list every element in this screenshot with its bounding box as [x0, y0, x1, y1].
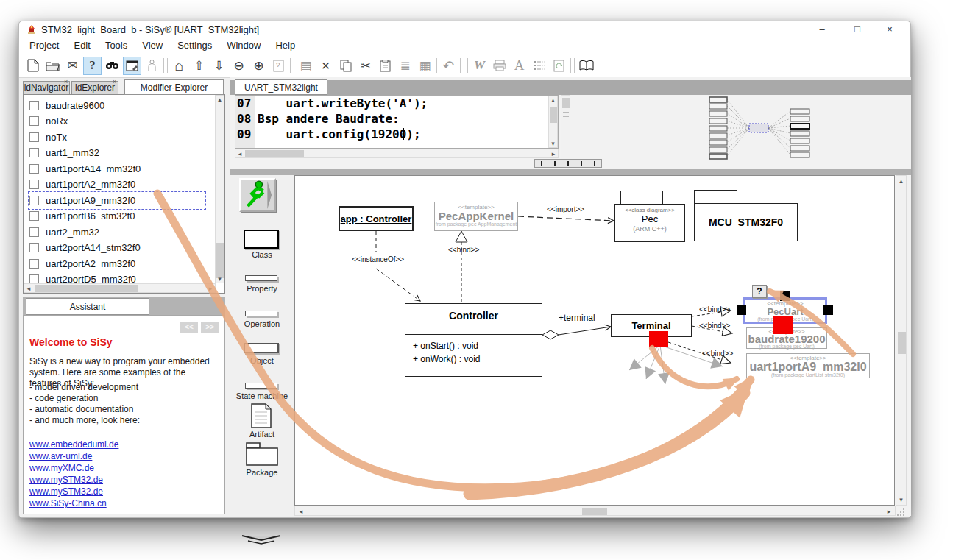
navigate-up-icon[interactable]: ⇧ — [190, 57, 208, 75]
splitter-scrollbar[interactable] — [561, 95, 570, 160]
run-button[interactable] — [239, 178, 276, 212]
link-embeddeduml[interactable]: www.embeddeduml.de — [29, 439, 118, 450]
checkbox[interactable] — [29, 180, 39, 189]
menu-edit[interactable]: Edit — [66, 38, 97, 54]
paste-icon[interactable] — [376, 57, 394, 75]
palette-collapse-icon[interactable] — [241, 534, 282, 545]
tab-assistant[interactable]: Assistant — [26, 298, 149, 315]
scroll-left-icon[interactable]: ◂ — [235, 149, 244, 157]
outline-icon[interactable]: ≣ — [396, 57, 414, 75]
editor-vscrollbar[interactable]: ▴ ▾ — [548, 96, 558, 148]
print-icon[interactable] — [490, 57, 509, 75]
tab-idnavigator[interactable]: idNavigator — [23, 81, 70, 95]
template-uart1porta9[interactable]: <<template>> uart1portA9_mm32I0 (from pa… — [746, 353, 870, 378]
undo-icon[interactable]: ↶ — [439, 57, 458, 75]
scroll-right-icon[interactable]: ▸ — [549, 149, 558, 157]
scroll-left-icon[interactable]: ◂ — [24, 284, 33, 292]
terminal-drag-handle[interactable] — [649, 331, 668, 347]
list-item[interactable]: uart1portA2_mm32f0 — [29, 177, 135, 192]
close-icon[interactable]: × — [113, 79, 116, 85]
checkbox[interactable] — [29, 259, 39, 269]
tab-idexplorer[interactable]: idExplorer — [71, 81, 118, 95]
checkbox[interactable] — [29, 211, 39, 221]
object-tool[interactable] — [244, 343, 279, 353]
list-hscrollbar[interactable]: ◂ ▸ — [24, 283, 216, 293]
list-item[interactable]: uart2portA2_mm32f0 — [29, 256, 135, 272]
copy-icon[interactable] — [336, 57, 355, 75]
artifact-tool[interactable] — [251, 403, 272, 428]
class-tool[interactable] — [244, 230, 279, 249]
close-icon[interactable]: × — [64, 79, 68, 85]
selection-handle-right[interactable] — [823, 305, 833, 315]
link-mystm32-1[interactable]: www.mySTM32.de — [29, 474, 103, 486]
checkbox[interactable] — [29, 132, 39, 142]
assistant-forward-button[interactable]: >> — [201, 322, 219, 333]
scroll-right-icon[interactable]: ▸ — [206, 284, 215, 292]
checkbox[interactable] — [29, 227, 39, 237]
state-machine-tool[interactable] — [245, 383, 277, 389]
list-item[interactable]: baudrate9600 — [29, 98, 104, 113]
help-badge[interactable]: ? — [752, 285, 767, 298]
menu-settings[interactable]: Settings — [170, 38, 219, 54]
modifier-list[interactable]: baudrate9600 noRx noTx uart1_mm32 uart1p… — [23, 94, 225, 294]
list-item[interactable]: noTx — [29, 130, 67, 145]
search-icon[interactable] — [103, 57, 121, 75]
checkbox[interactable] — [29, 116, 39, 126]
list-item[interactable]: uart2_mm32 — [29, 224, 99, 240]
selection-handle-bottom-red[interactable] — [773, 316, 793, 334]
uml-diagram-canvas[interactable]: app : Controller <<template>> PecAppKern… — [294, 175, 895, 506]
close-button[interactable]: × — [875, 21, 904, 38]
report-icon[interactable]: ? — [269, 57, 288, 75]
export-list-icon[interactable] — [530, 57, 548, 75]
list-item[interactable]: uart1portA14_mm32f0 — [29, 161, 141, 177]
open-folder-icon[interactable] — [43, 57, 62, 75]
selection-handle-left[interactable] — [737, 305, 746, 315]
link-avr-uml[interactable]: www.avr-uml.de — [29, 450, 92, 462]
property-tool[interactable] — [245, 275, 277, 281]
book-icon[interactable] — [577, 57, 595, 75]
menu-tools[interactable]: Tools — [98, 38, 135, 54]
checkbox[interactable] — [29, 148, 39, 157]
menu-view[interactable]: View — [135, 38, 170, 54]
scroll-up-icon[interactable]: ▴ — [549, 96, 557, 104]
package-tool[interactable] — [245, 442, 279, 467]
scroll-left-icon[interactable]: ◂ — [297, 506, 305, 515]
list-item-selected[interactable]: uart1portA9_mm32f0 — [29, 193, 205, 208]
properties-icon[interactable]: ▤ — [297, 57, 315, 75]
scroll-thumb[interactable] — [562, 98, 570, 108]
menu-project[interactable]: Project — [22, 38, 66, 54]
window-tool-icon[interactable] — [123, 57, 141, 75]
operation-tool[interactable] — [245, 311, 277, 316]
code-editor[interactable]: 070809 uart.writeByte('A'); Bsp andere B… — [235, 95, 559, 149]
scroll-thumb[interactable] — [550, 107, 557, 123]
new-document-icon[interactable] — [24, 57, 42, 75]
title-bar[interactable]: STM32_light_Board_b - SiSy® [UART_STM32l… — [19, 21, 910, 38]
selection-handle-top[interactable] — [780, 291, 790, 301]
update-document-icon[interactable] — [550, 57, 568, 75]
scroll-thumb[interactable] — [582, 508, 607, 515]
diagram-minimap[interactable] — [704, 96, 836, 161]
scroll-up-icon[interactable]: ▴ — [896, 177, 906, 185]
template-pecappkernel[interactable]: <<template>> PecAppKernel from package p… — [434, 202, 518, 231]
checkbox[interactable] — [29, 101, 39, 110]
cut-icon[interactable]: ✂ — [356, 57, 375, 75]
scroll-thumb[interactable] — [216, 243, 224, 278]
list-item[interactable]: uart1portB6_stm32f0 — [29, 208, 135, 224]
scroll-thumb[interactable] — [245, 150, 304, 157]
scroll-down-icon[interactable]: ▾ — [896, 496, 906, 503]
editor-hscrollbar[interactable]: ◂ ▸ — [235, 149, 559, 158]
minimize-button[interactable]: – — [807, 21, 837, 38]
link-myxmc[interactable]: www.myXMC.de — [29, 462, 94, 474]
link-sisy-china[interactable]: www.SiSy-China.cn — [29, 497, 107, 509]
font-icon[interactable]: A — [510, 57, 528, 75]
mail-icon[interactable]: ✉ — [63, 57, 82, 75]
zoom-slider[interactable] — [534, 159, 602, 168]
list-item[interactable]: uart2portA14_stm32f0 — [29, 240, 141, 255]
table-icon[interactable]: ▦ — [416, 57, 434, 75]
canvas-hscrollbar[interactable]: ◂ ▸ — [294, 506, 896, 516]
help-icon[interactable]: ? — [83, 57, 102, 75]
list-item[interactable]: noRx — [29, 113, 68, 129]
menu-window[interactable]: Window — [219, 38, 268, 54]
maximize-button[interactable]: □ — [843, 21, 872, 38]
scroll-up-icon[interactable]: ▴ — [216, 96, 224, 103]
